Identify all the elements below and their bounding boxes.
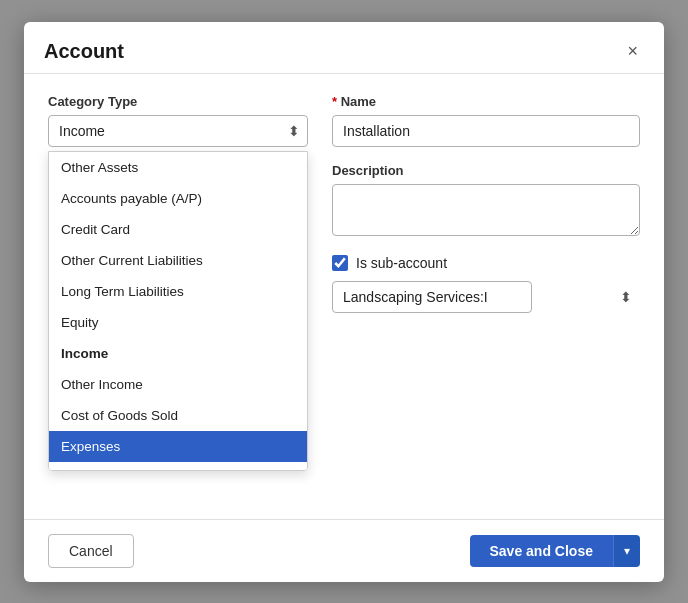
form-row: Category Type Income ⬍ Other Assets Acco… [48,94,640,313]
dropdown-item-income[interactable]: Income [49,338,307,369]
dropdown-item-accounts-payable[interactable]: Accounts payable (A/P) [49,183,307,214]
sub-account-select-wrapper: Landscaping Services:I ⬍ [332,281,640,313]
sub-account-select[interactable]: Landscaping Services:I [332,281,532,313]
name-input[interactable] [332,115,640,147]
close-button[interactable]: × [621,40,644,62]
save-and-close-button[interactable]: Save and Close [470,535,614,567]
is-sub-account-label: Is sub-account [356,255,447,271]
description-label: Description [332,163,640,178]
is-sub-account-checkbox[interactable] [332,255,348,271]
dropdown-item-long-term-liabilities[interactable]: Long Term Liabilities [49,276,307,307]
modal-header: Account × [24,22,664,74]
modal-backdrop: Account × Category Type Income ⬍ Other [0,0,688,603]
account-modal: Account × Category Type Income ⬍ Other [24,22,664,582]
category-type-dropdown[interactable]: Other Assets Accounts payable (A/P) Cred… [48,151,308,471]
cancel-button[interactable]: Cancel [48,534,134,568]
sub-account-arrow-icon: ⬍ [620,289,632,305]
dropdown-item-expenses[interactable]: Expenses [49,431,307,462]
name-label: * Name [332,94,640,109]
dropdown-item-cost-of-goods-sold[interactable]: Cost of Goods Sold [49,400,307,431]
dropdown-item-other-current-liabilities[interactable]: Other Current Liabilities [49,245,307,276]
description-input[interactable] [332,184,640,236]
modal-footer: Cancel Save and Close ▾ [24,519,664,582]
dropdown-item-equity[interactable]: Equity [49,307,307,338]
category-type-select-wrapper: Income ⬍ Other Assets Accounts payable (… [48,115,308,147]
is-sub-account-row: Is sub-account [332,255,640,271]
modal-body: Category Type Income ⬍ Other Assets Acco… [24,74,664,519]
category-type-select[interactable]: Income [48,115,308,147]
dropdown-item-credit-card[interactable]: Credit Card [49,214,307,245]
modal-title: Account [44,40,124,63]
save-button-group: Save and Close ▾ [470,535,641,567]
category-type-label: Category Type [48,94,308,109]
dropdown-item-other-assets[interactable]: Other Assets [49,152,307,183]
dropdown-item-other-expense[interactable]: Other Expense [49,462,307,471]
form-col-right: * Name Description Is sub-account Landsc… [332,94,640,313]
save-dropdown-button[interactable]: ▾ [613,535,640,567]
dropdown-item-other-income[interactable]: Other Income [49,369,307,400]
required-star: * [332,94,341,109]
form-col-left: Category Type Income ⬍ Other Assets Acco… [48,94,308,147]
